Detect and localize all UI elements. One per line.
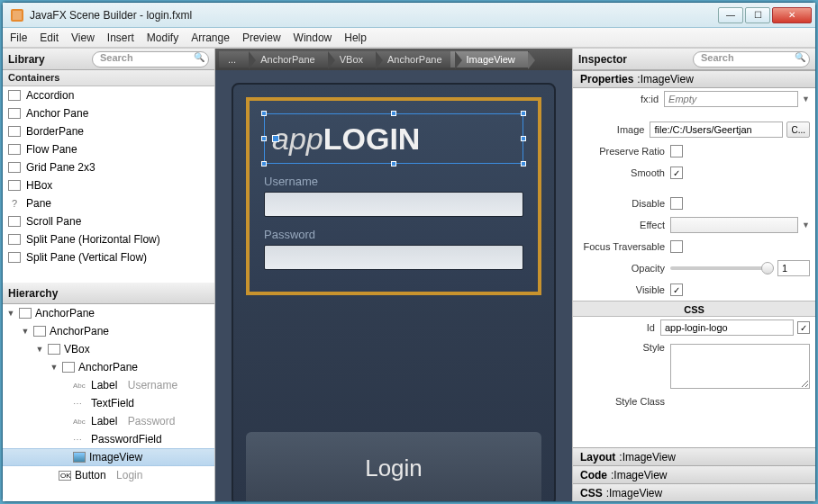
properties-body: fx:id▼ ImageC... Preserve Ratio Smooth✓ … [573,88,815,447]
id-label: Id [578,322,655,333]
chevron-down-icon[interactable]: ▼ [802,220,810,230]
tree-textfield[interactable]: ⋯TextField [3,394,214,412]
image-label: Image [578,124,644,135]
inspector-header: Inspector Search [573,49,815,70]
bc-imageview[interactable]: ImageView [450,51,529,68]
username-label: Username [264,175,523,188]
lib-splitpane-h[interactable]: Split Pane (Horizontal Flow) [3,230,214,248]
focus-checkbox[interactable] [670,240,683,253]
login-button-bar: Login [246,432,541,501]
styleclass-label: Style Class [578,396,665,407]
logo-app-text: app [272,122,323,157]
image-input[interactable] [650,122,783,138]
image-browse-button[interactable]: C... [786,122,810,138]
smooth-label: Smooth [578,167,665,178]
lib-hbox[interactable]: HBox [3,176,214,194]
lib-scrollpane[interactable]: Scroll Pane [3,212,214,230]
lib-pane[interactable]: ?Pane [3,194,214,212]
style-textarea[interactable] [670,344,810,389]
menubar: File Edit View Insert Modify Arrange Pre… [3,28,815,48]
visible-checkbox[interactable]: ✓ [670,284,683,296]
opacity-label: Opacity [578,263,665,274]
bc-anchorpane[interactable]: AnchorPane [244,51,329,68]
library-group: Containers [3,70,214,86]
effect-label: Effect [578,220,665,230]
tree-passwordfield[interactable]: ⋯PasswordField [3,430,214,448]
effect-select[interactable] [670,217,798,233]
tree-anchorpane-2[interactable]: ▼AnchorPane [3,358,214,376]
inspector-column: Inspector Search Properties : ImageView … [572,49,815,501]
library-list: Accordion Anchor Pane BorderPane Flow Pa… [3,86,214,283]
username-input[interactable] [264,192,523,217]
inspector-search[interactable]: Search [693,51,810,68]
menu-modify[interactable]: Modify [147,32,178,44]
menu-help[interactable]: Help [344,32,367,44]
app-icon [10,8,24,22]
menu-window[interactable]: Window [294,32,332,44]
password-label: Password [264,228,523,241]
selected-imageview[interactable]: appLOGIN [264,113,523,164]
tree-label-username[interactable]: AbcLabel Username [3,376,214,394]
style-label: Style [578,342,665,353]
design-canvas[interactable]: appLOGIN Username Password Login [215,70,572,501]
titlebar[interactable]: JavaFX Scene Builder - login.fxml — ☐ ✕ [3,3,815,28]
tree-vbox[interactable]: ▼VBox [3,340,214,358]
svg-rect-1 [13,11,22,20]
css-section-header[interactable]: CSS : ImageView [573,483,815,501]
lib-borderpane[interactable]: BorderPane [3,122,214,140]
disable-label: Disable [578,198,665,209]
device-frame: appLOGIN Username Password Login [232,83,556,501]
preserve-ratio-checkbox[interactable] [670,145,683,158]
inspector-title: Inspector [578,53,627,66]
library-search[interactable]: Search [92,51,209,68]
minimize-button[interactable]: — [718,7,743,23]
center-column: ... AnchorPane VBox AnchorPane ImageView… [215,49,572,501]
opacity-slider[interactable] [670,266,774,270]
hierarchy-title: Hierarchy [8,287,58,300]
smooth-checkbox[interactable]: ✓ [670,166,683,179]
login-button[interactable]: Login [365,454,423,482]
opacity-input[interactable] [777,260,810,276]
login-panel: appLOGIN Username Password [246,97,541,295]
tree-button-login[interactable]: OKButton Login [3,466,214,484]
disable-checkbox[interactable] [670,197,683,210]
menu-edit[interactable]: Edit [40,32,59,44]
window-controls: — ☐ ✕ [718,7,812,23]
visible-label: Visible [578,284,665,295]
id-input[interactable] [660,320,794,336]
chevron-down-icon[interactable]: ▼ [802,94,810,104]
tree-imageview[interactable]: ImageView [3,448,214,466]
hierarchy-tree: ▼AnchorPane ▼AnchorPane ▼VBox ▼AnchorPan… [3,304,214,501]
focus-label: Focus Traversable [578,241,665,252]
left-column: Library Search Containers Accordion Anch… [3,49,215,501]
lib-anchorpane[interactable]: Anchor Pane [3,104,214,122]
css-subheader: CSS [573,301,815,317]
preserve-ratio-label: Preserve Ratio [578,146,665,157]
menu-file[interactable]: File [10,32,27,44]
menu-arrange[interactable]: Arrange [191,32,230,44]
library-title: Library [8,53,45,66]
menu-insert[interactable]: Insert [107,32,134,44]
library-header: Library Search [3,49,214,70]
window-title: JavaFX Scene Builder - login.fxml [30,9,718,22]
lib-accordion[interactable]: Accordion [3,86,214,104]
main-area: Library Search Containers Accordion Anch… [3,48,815,501]
layout-section-header[interactable]: Layout : ImageView [573,447,815,465]
fxid-input[interactable] [664,91,798,107]
menu-view[interactable]: View [71,32,95,44]
lib-flowpane[interactable]: Flow Pane [3,140,214,158]
fxid-label: fx:id [578,94,659,104]
menu-preview[interactable]: Preview [242,32,281,44]
lib-gridpane[interactable]: Grid Pane 2x3 [3,158,214,176]
bc-anchorpane-2[interactable]: AnchorPane [371,51,456,68]
tree-anchorpane-root[interactable]: ▼AnchorPane [3,304,214,322]
properties-section-header[interactable]: Properties : ImageView [573,70,815,88]
maximize-button[interactable]: ☐ [745,7,770,23]
tree-label-password[interactable]: AbcLabel Password [3,412,214,430]
code-section-header[interactable]: Code : ImageView [573,465,815,483]
password-input[interactable] [264,245,523,270]
close-button[interactable]: ✕ [772,7,812,23]
tree-anchorpane-1[interactable]: ▼AnchorPane [3,322,214,340]
id-checkbox[interactable]: ✓ [797,321,810,334]
lib-splitpane-v[interactable]: Split Pane (Vertical Flow) [3,248,214,266]
